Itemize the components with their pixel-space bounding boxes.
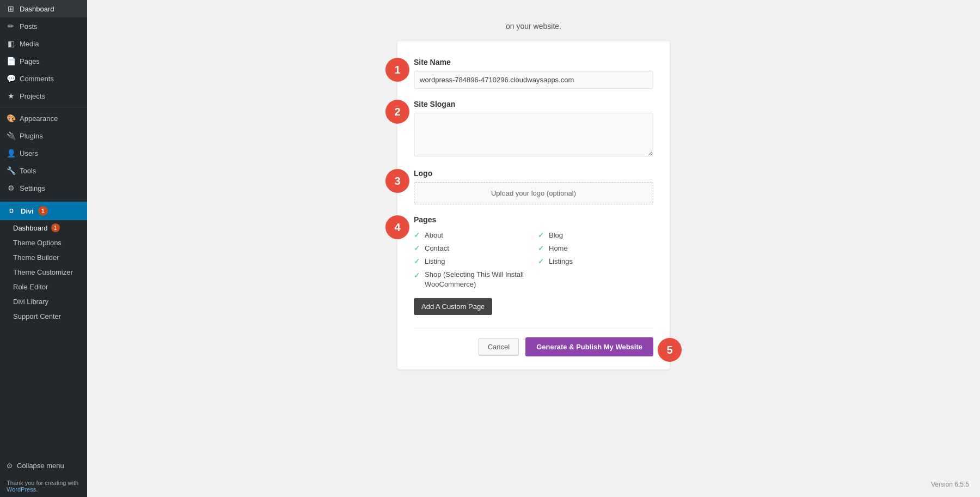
page-listing: ✓ Listing [414, 257, 529, 265]
page-home: ✓ Home [538, 244, 653, 252]
check-blog: ✓ [538, 231, 544, 239]
sidebar-item-dashboard[interactable]: ⊞ Dashboard [0, 0, 87, 17]
page-about: ✓ About [414, 231, 529, 239]
media-icon: ◧ [7, 39, 15, 48]
sidebar-sub-theme-customizer[interactable]: Theme Customizer [0, 265, 87, 280]
posts-icon: ✏ [7, 22, 15, 31]
check-contact: ✓ [414, 244, 420, 252]
logo-row: 3 Logo Upload your logo (optional) [414, 169, 653, 204]
card-footer: Cancel Generate & Publish My Website 5 [414, 328, 653, 356]
step-badge-5: 5 [658, 338, 682, 362]
site-slogan-row: 2 Site Slogan [414, 100, 653, 158]
sidebar-item-media[interactable]: ◧ Media [0, 35, 87, 52]
cancel-button[interactable]: Cancel [479, 338, 519, 356]
divider-2 [0, 199, 87, 199]
sidebar-sub-support-center[interactable]: Support Center [0, 309, 87, 324]
sidebar-item-appearance[interactable]: 🎨 Appearance [0, 110, 87, 127]
sidebar-item-plugins[interactable]: 🔌 Plugins [0, 127, 87, 144]
sidebar: ⊞ Dashboard ✏ Posts ◧ Media 📄 Pages 💬 Co… [0, 0, 87, 497]
projects-icon: ★ [7, 92, 15, 100]
check-home: ✓ [538, 244, 544, 252]
site-name-input[interactable] [414, 71, 653, 89]
wordpress-link[interactable]: WordPress [7, 486, 36, 493]
sidebar-item-projects[interactable]: ★ Projects [0, 87, 87, 105]
logo-label: Logo [414, 169, 653, 178]
pages-grid: ✓ About ✓ Blog ✓ Contact ✓ Home [414, 231, 653, 289]
collapse-menu[interactable]: ⊙ Collapse menu [0, 456, 87, 475]
appearance-icon: 🎨 [7, 114, 15, 123]
pages-row: 4 Pages ✓ About ✓ Blog ✓ [414, 215, 653, 315]
sidebar-sub-divi-library[interactable]: Divi Library [0, 294, 87, 309]
pages-label: Pages [414, 215, 653, 224]
step-badge-2: 2 [385, 100, 409, 124]
users-icon: 👤 [7, 149, 15, 157]
main-content: on your website. 1 Site Name 2 Site Slog… [87, 0, 980, 497]
divider-1 [0, 107, 87, 107]
form-card: 1 Site Name 2 Site Slogan 3 Logo [397, 41, 670, 369]
sidebar-sub-dashboard[interactable]: Dashboard 1 [0, 220, 87, 235]
add-custom-page-button[interactable]: Add A Custom Page [414, 298, 492, 315]
site-slogan-label: Site Slogan [414, 100, 653, 108]
sidebar-sub-theme-options[interactable]: Theme Options [0, 235, 87, 250]
sidebar-item-pages[interactable]: 📄 Pages [0, 52, 87, 70]
check-shop: ✓ [414, 271, 420, 280]
sidebar-sub-role-editor[interactable]: Role Editor [0, 280, 87, 294]
publish-button[interactable]: Generate & Publish My Website [525, 337, 653, 356]
sidebar-item-settings[interactable]: ⚙ Settings [0, 179, 87, 197]
step-badge-3: 3 [385, 169, 409, 193]
top-text: on your website. [506, 22, 561, 31]
divi-badge: 1 [38, 206, 48, 216]
divi-icon: D [7, 206, 16, 216]
check-about: ✓ [414, 231, 420, 239]
sidebar-item-posts[interactable]: ✏ Posts [0, 17, 87, 35]
dashboard-icon: ⊞ [7, 4, 15, 13]
sidebar-divi-header[interactable]: D Divi 1 [0, 202, 87, 220]
version-text: Version 6.5.5 [931, 481, 969, 488]
card-wrapper: 1 Site Name 2 Site Slogan 3 Logo [397, 41, 670, 369]
site-name-row: 1 Site Name [414, 58, 653, 89]
page-listings: ✓ Listings [538, 257, 653, 265]
sidebar-item-tools[interactable]: 🔧 Tools [0, 162, 87, 179]
plugins-icon: 🔌 [7, 131, 15, 140]
pages-icon: 📄 [7, 57, 15, 65]
comments-icon: 💬 [7, 74, 15, 83]
page-contact: ✓ Contact [414, 244, 529, 252]
site-name-label: Site Name [414, 58, 653, 66]
tools-icon: 🔧 [7, 166, 15, 175]
check-listings: ✓ [538, 257, 544, 265]
step-badge-4: 4 [385, 215, 409, 239]
page-shop: ✓ Shop (Selecting This Will Install WooC… [414, 270, 529, 289]
page-blog: ✓ Blog [538, 231, 653, 239]
settings-icon: ⚙ [7, 184, 15, 192]
site-slogan-textarea[interactable] [414, 113, 653, 156]
collapse-icon: ⊙ [7, 462, 13, 470]
logo-upload[interactable]: Upload your logo (optional) [414, 182, 653, 204]
check-listing: ✓ [414, 257, 420, 265]
sidebar-footer: Thank you for creating with WordPress. [0, 475, 87, 497]
sidebar-sub-theme-builder[interactable]: Theme Builder [0, 250, 87, 265]
dashboard-badge: 1 [51, 223, 60, 232]
sidebar-item-users[interactable]: 👤 Users [0, 144, 87, 162]
step-badge-1: 1 [385, 58, 409, 82]
sidebar-item-comments[interactable]: 💬 Comments [0, 70, 87, 87]
